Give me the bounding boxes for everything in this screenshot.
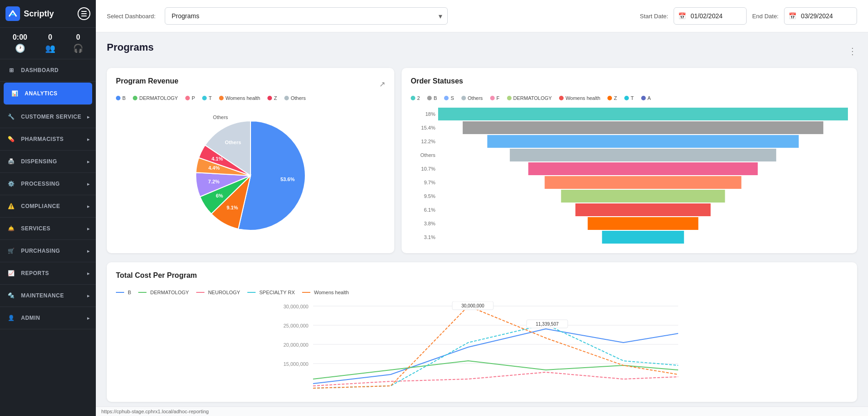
funnel-level-label: Others <box>411 152 435 158</box>
end-date-wrapper: 📅 <box>784 7 857 25</box>
line-legend-item: DERMATOLOGY <box>138 290 189 295</box>
sidebar-item-label-purchasing: PURCHASING <box>21 248 60 254</box>
page-more-icon[interactable]: ⋮ <box>848 46 857 57</box>
sidebar-item-purchasing[interactable]: 🛒 PURCHASING ▸ <box>0 240 96 262</box>
sidebar-item-services[interactable]: 🛎️ SERVICES ▸ <box>0 218 96 240</box>
sidebar-item-maintenance[interactable]: 🔩 MAINTENANCE ▸ <box>0 285 96 307</box>
dashboard-select[interactable]: Programs <box>165 7 448 25</box>
sidebar-item-label-compliance: COMPLIANCE <box>21 203 60 209</box>
funnel-level-label: 15.4% <box>411 125 435 130</box>
funnel-bar <box>438 108 848 120</box>
funnel-level-label: 6.1% <box>411 207 435 213</box>
nav-menu: ⊞ DASHBOARD 📊 ANALYTICS 🔧 CUSTOMER SERVI… <box>0 59 96 329</box>
funnel-level-label: 10.7% <box>411 166 435 172</box>
dispensing-icon: 🖨️ <box>6 156 16 166</box>
stat-support-value: 0 <box>76 33 80 42</box>
stat-support: 0 🎧 <box>73 33 83 53</box>
funnel-chart-svg <box>438 107 848 244</box>
funnel-bar <box>561 190 725 203</box>
sidebar-item-label-processing: PROCESSING <box>21 181 60 187</box>
funnel-bar <box>487 135 799 148</box>
pie-slice-label: 6% <box>216 193 223 198</box>
sidebar-item-label-admin: ADMIN <box>21 315 40 321</box>
users-icon: 👥 <box>45 43 55 53</box>
nav-arrow-icon: ▸ <box>87 271 90 276</box>
total-cost-card: Total Cost Per Program BDERMATOLOGYNEURO… <box>107 262 857 402</box>
funnel-legend-item: DERMATOLOGY <box>507 95 552 101</box>
reports-icon: 📈 <box>6 268 16 278</box>
line-legend-item: SPECIALTY RX <box>247 290 295 295</box>
svg-text:15,000,000: 15,000,000 <box>283 361 309 367</box>
funnel-legend-item: S <box>444 95 454 101</box>
nav-arrow-icon: ▸ <box>87 114 90 120</box>
nav-arrow-icon: ▸ <box>87 204 90 209</box>
pie-others-label: Others <box>213 114 229 120</box>
pie-chart-svg: 53.6%9.1%6%7.2%4.4%4.1%OthersOthers <box>182 109 319 237</box>
pie-legend-item: B <box>116 95 125 101</box>
line-chart-area: 30,000,000 25,000,000 20,000,000 15,000,… <box>116 302 848 393</box>
funnel-chart-area: 18%15.4%12.2%Others10.7%9.7%9.5%6.1%3.8%… <box>411 107 848 244</box>
pie-legend-item: T <box>202 95 212 101</box>
line-legend: BDERMATOLOGYNEUROLOGYSPECIALTY RXWomens … <box>116 290 848 295</box>
sidebar: Scriptly 0:00 🕐 0 👥 0 🎧 ⊞ DASHBOARD 📊 AN… <box>0 0 96 416</box>
top-bar: Select Dashboard: Programs ▾ Start Date:… <box>96 0 868 32</box>
funnel-legend-item: Z <box>607 95 617 101</box>
pie-legend-item: Womens health <box>219 95 260 101</box>
sidebar-header: Scriptly <box>0 0 96 28</box>
charts-top-row: Program Revenue ↗ BDERMATOLOGYPTWomens h… <box>107 68 857 253</box>
funnel-bar <box>544 176 741 189</box>
dashboard-icon: ⊞ <box>6 65 16 75</box>
svg-text:20,000,000: 20,000,000 <box>283 342 309 348</box>
pie-slice-label: 9.1% <box>226 205 238 210</box>
sidebar-item-pharmacists[interactable]: 💊 PHARMACISTS ▸ <box>0 128 96 151</box>
svg-text:30,000,000: 30,000,000 <box>461 303 484 308</box>
svg-text:25,000,000: 25,000,000 <box>283 323 309 328</box>
funnel-level-label: 3.1% <box>411 234 435 240</box>
funnel-legend-item: F <box>490 95 500 101</box>
line-legend-item: Womens health <box>302 290 349 295</box>
funnel-legend-item: B <box>427 95 437 101</box>
clock-icon: 🕐 <box>15 43 25 53</box>
nav-arrow-icon: ▸ <box>87 249 90 254</box>
sidebar-item-analytics[interactable]: 📊 ANALYTICS <box>4 83 92 105</box>
funnel-legend: 2BSOthersFDERMATOLOGYWomens healthZTA <box>411 95 848 101</box>
funnel-legend-item: T <box>624 95 634 101</box>
customer-service-icon: 🔧 <box>6 112 16 122</box>
funnel-legend-item: A <box>641 95 651 101</box>
pie-slice-label: Others <box>225 140 241 145</box>
stat-users-value: 0 <box>48 33 52 42</box>
sidebar-item-dispensing[interactable]: 🖨️ DISPENSING ▸ <box>0 151 96 173</box>
sidebar-item-admin[interactable]: 👤 ADMIN ▸ <box>0 307 96 329</box>
funnel-bar <box>575 203 711 216</box>
sidebar-item-label-maintenance: MAINTENANCE <box>21 292 64 299</box>
total-cost-title: Total Cost Per Program <box>116 271 197 280</box>
processing-icon: ⚙️ <box>6 179 16 189</box>
pie-slice-label: 4.4% <box>208 165 220 171</box>
sidebar-item-compliance[interactable]: ⚠️ COMPLIANCE ▸ <box>0 195 96 218</box>
purchasing-icon: 🛒 <box>6 246 16 256</box>
stat-users: 0 👥 <box>45 33 55 53</box>
expand-icon[interactable]: ↗ <box>379 80 385 88</box>
pie-slice-label: 7.2% <box>208 179 220 184</box>
end-date-label: End Date: <box>752 13 779 20</box>
pie-legend-item: Others <box>284 95 306 101</box>
sidebar-item-reports[interactable]: 📈 REPORTS ▸ <box>0 262 96 285</box>
date-range-group: Start Date: 📅 End Date: 📅 <box>640 7 857 25</box>
funnel-level-label: 12.2% <box>411 139 435 144</box>
pie-chart-area: 53.6%9.1%6%7.2%4.4%4.1%OthersOthers <box>116 107 385 239</box>
analytics-icon: 📊 <box>10 88 20 99</box>
sidebar-item-label-dispensing: DISPENSING <box>21 158 57 165</box>
end-date-calendar-icon: 📅 <box>789 12 796 20</box>
pie-slice-label: 4.1% <box>211 156 223 161</box>
sidebar-item-processing[interactable]: ⚙️ PROCESSING ▸ <box>0 173 96 195</box>
services-icon: 🛎️ <box>6 224 16 234</box>
menu-toggle-button[interactable] <box>78 7 90 20</box>
nav-arrow-icon: ▸ <box>87 226 90 231</box>
compliance-icon: ⚠️ <box>6 201 16 211</box>
funnel-bar <box>588 217 698 230</box>
sidebar-item-customer-service[interactable]: 🔧 CUSTOMER SERVICE ▸ <box>0 106 96 128</box>
pie-slice-label: 53.6% <box>280 177 294 182</box>
program-revenue-title: Program Revenue <box>116 77 178 85</box>
sidebar-item-label-reports: REPORTS <box>21 270 49 276</box>
sidebar-item-dashboard[interactable]: ⊞ DASHBOARD <box>0 59 96 82</box>
